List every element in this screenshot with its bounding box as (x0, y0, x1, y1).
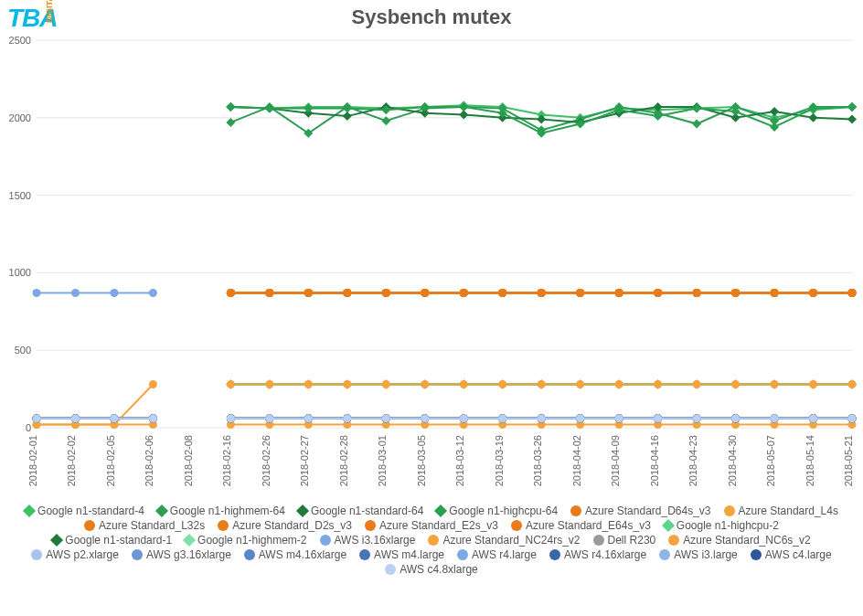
svg-point-352 (110, 414, 118, 422)
legend-item: Google n1-highcpu-2 (664, 519, 779, 532)
circle-swatch-icon (570, 505, 581, 516)
chart-title: Sysbench mutex (0, 5, 863, 29)
diamond-swatch-icon (183, 534, 196, 547)
legend-label: Azure Standard_L4s (739, 504, 838, 517)
legend-item: AWS r4.16xlarge (549, 548, 646, 561)
legend-item: Azure Standard_E2s_v3 (365, 519, 498, 532)
svg-point-370 (848, 414, 857, 422)
legend-label: AWS i3.large (674, 548, 738, 561)
circle-swatch-icon (724, 505, 735, 516)
svg-point-155 (654, 380, 662, 388)
svg-point-368 (771, 414, 779, 422)
diamond-swatch-icon (50, 534, 63, 547)
legend-item: AWS m4.16xlarge (244, 548, 346, 561)
svg-text:500: 500 (15, 345, 31, 356)
svg-point-131 (693, 289, 701, 297)
svg-text:2018-04-02: 2018-04-02 (571, 435, 582, 486)
circle-swatch-icon (668, 535, 679, 546)
svg-point-137 (71, 289, 80, 297)
legend-label: Google n1-standard-4 (37, 504, 144, 517)
svg-point-122 (343, 289, 351, 297)
diamond-swatch-icon (155, 504, 168, 517)
legend-item: Google n1-standard-1 (52, 534, 172, 547)
legend-label: Azure Standard_NC6s_v2 (683, 534, 810, 547)
svg-point-364 (615, 414, 623, 422)
legend-item: Google n1-highmem-2 (185, 534, 306, 547)
legend-item: AWS g3.16xlarge (132, 548, 231, 561)
circle-swatch-icon (31, 549, 42, 560)
legend-label: Google n1-standard-64 (311, 504, 423, 517)
svg-point-123 (382, 289, 390, 297)
svg-point-130 (654, 289, 662, 297)
line-chart-svg: 050010001500200025002018-02-012018-02-02… (0, 35, 863, 501)
svg-text:2018-05-07: 2018-05-07 (765, 435, 776, 486)
svg-text:2018-02-16: 2018-02-16 (221, 435, 232, 486)
svg-point-353 (149, 414, 157, 422)
svg-text:2018-03-19: 2018-03-19 (494, 435, 505, 486)
svg-point-128 (576, 289, 584, 297)
diamond-swatch-icon (296, 504, 309, 517)
svg-text:2500: 2500 (9, 35, 31, 46)
legend-item: Azure Standard_NC24rs_v2 (428, 534, 580, 547)
circle-swatch-icon (84, 520, 95, 531)
legend-label: AWS c4.large (765, 548, 832, 561)
svg-point-146 (304, 380, 313, 388)
svg-point-149 (421, 380, 429, 388)
svg-point-120 (265, 289, 273, 297)
svg-point-119 (227, 289, 235, 297)
svg-point-355 (265, 414, 273, 422)
svg-point-144 (227, 380, 235, 388)
svg-point-359 (421, 414, 429, 422)
legend-item: Dell R230 (593, 534, 656, 547)
svg-text:2018-04-09: 2018-04-09 (610, 435, 621, 486)
legend-item: Google n1-standard-64 (298, 504, 423, 517)
svg-point-365 (654, 414, 662, 422)
svg-point-156 (693, 380, 701, 388)
circle-swatch-icon (218, 520, 229, 531)
legend-label: Google n1-standard-1 (65, 534, 172, 547)
svg-point-124 (421, 289, 429, 297)
svg-point-362 (538, 414, 546, 422)
legend-label: Google n1-highmem-64 (170, 504, 285, 517)
svg-point-356 (304, 414, 313, 422)
svg-point-160 (848, 380, 857, 388)
svg-point-152 (538, 380, 546, 388)
legend-label: Azure Standard_E2s_v3 (379, 519, 498, 532)
circle-swatch-icon (365, 520, 376, 531)
svg-point-154 (615, 380, 623, 388)
svg-text:2018-04-23: 2018-04-23 (687, 435, 698, 486)
circle-swatch-icon (359, 549, 370, 560)
brand-logo: TBADIGITAL (7, 4, 90, 33)
circle-swatch-icon (593, 535, 604, 546)
svg-point-125 (460, 289, 468, 297)
svg-point-135 (848, 289, 857, 297)
legend-item: Azure Standard_L4s (724, 504, 838, 517)
legend-item: Azure Standard_E64s_v3 (511, 519, 651, 532)
svg-point-360 (460, 414, 468, 422)
svg-text:2018-02-28: 2018-02-28 (338, 435, 349, 486)
svg-text:2018-02-27: 2018-02-27 (299, 435, 310, 486)
circle-swatch-icon (132, 549, 143, 560)
circle-swatch-icon (457, 549, 468, 560)
legend-label: Dell R230 (608, 534, 656, 547)
legend-item: AWS i3.16xlarge (320, 534, 416, 547)
svg-text:2018-03-01: 2018-03-01 (377, 435, 388, 486)
legend-label: Azure Standard_E64s_v3 (526, 519, 651, 532)
legend-label: AWS p2.xlarge (46, 548, 119, 561)
legend-label: AWS m4.large (374, 548, 444, 561)
circle-swatch-icon (511, 520, 522, 531)
legend-label: AWS m4.16xlarge (259, 548, 346, 561)
svg-point-158 (771, 380, 779, 388)
svg-text:2018-02-02: 2018-02-02 (66, 435, 77, 486)
diamond-swatch-icon (23, 504, 36, 517)
svg-text:2018-02-08: 2018-02-08 (183, 435, 194, 486)
svg-point-139 (149, 289, 157, 297)
legend-label: Azure Standard_L32s (99, 519, 205, 532)
legend-label: AWS r4.large (472, 548, 537, 561)
svg-point-153 (576, 380, 584, 388)
diamond-swatch-icon (662, 519, 675, 532)
svg-point-147 (343, 380, 351, 388)
svg-text:2018-04-16: 2018-04-16 (649, 435, 660, 486)
legend-label: AWS r4.16xlarge (564, 548, 646, 561)
svg-text:2018-05-14: 2018-05-14 (804, 435, 815, 486)
